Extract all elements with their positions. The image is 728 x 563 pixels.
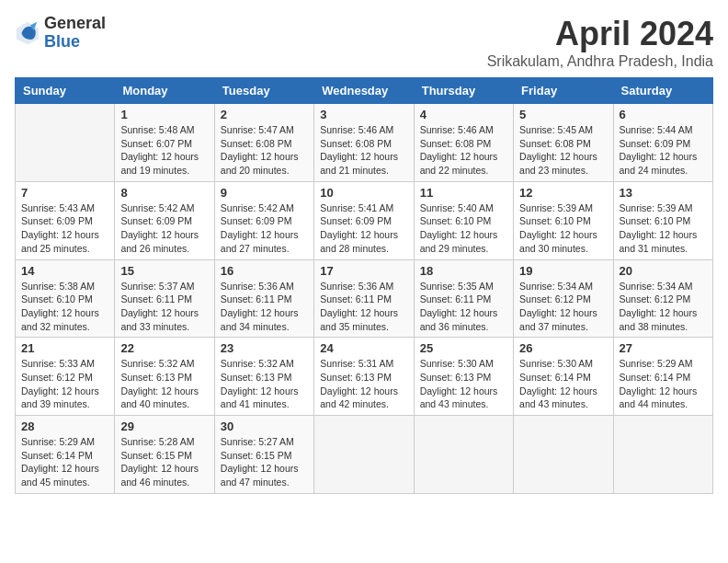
- day-cell: [16, 104, 115, 182]
- day-number: 8: [120, 186, 208, 200]
- day-number: 29: [120, 419, 208, 433]
- day-cell: 23Sunrise: 5:32 AMSunset: 6:13 PMDayligh…: [214, 338, 313, 416]
- day-number: 6: [620, 108, 707, 121]
- day-cell: 28Sunrise: 5:29 AMSunset: 6:14 PMDayligh…: [16, 416, 115, 494]
- day-info: Sunrise: 5:32 AMSunset: 6:13 PMDaylight:…: [221, 357, 308, 411]
- day-number: 7: [21, 186, 108, 200]
- day-number: 17: [320, 264, 407, 278]
- day-info: Sunrise: 5:29 AMSunset: 6:14 PMDaylight:…: [21, 435, 108, 489]
- calendar-table: SundayMondayTuesdayWednesdayThursdayFrid…: [15, 77, 713, 494]
- week-row-2: 7Sunrise: 5:43 AMSunset: 6:09 PMDaylight…: [16, 181, 713, 259]
- day-cell: 2Sunrise: 5:47 AMSunset: 6:08 PMDaylight…: [214, 104, 313, 182]
- header-row: SundayMondayTuesdayWednesdayThursdayFrid…: [16, 78, 713, 104]
- day-number: 23: [221, 341, 308, 355]
- day-number: 12: [519, 186, 607, 200]
- day-cell: [613, 416, 712, 494]
- day-info: Sunrise: 5:33 AMSunset: 6:12 PMDaylight:…: [21, 357, 108, 411]
- day-info: Sunrise: 5:45 AMSunset: 6:08 PMDaylight:…: [519, 123, 607, 178]
- day-number: 1: [120, 108, 208, 121]
- day-cell: 27Sunrise: 5:29 AMSunset: 6:14 PMDayligh…: [613, 338, 712, 416]
- header-day-tuesday: Tuesday: [214, 78, 313, 104]
- day-number: 25: [420, 341, 507, 355]
- day-number: 3: [320, 108, 407, 121]
- day-cell: 8Sunrise: 5:42 AMSunset: 6:09 PMDaylight…: [115, 181, 214, 259]
- day-number: 5: [519, 108, 607, 121]
- day-info: Sunrise: 5:41 AMSunset: 6:09 PMDaylight:…: [320, 201, 407, 256]
- logo: General Blue: [15, 15, 106, 52]
- day-cell: 6Sunrise: 5:44 AMSunset: 6:09 PMDaylight…: [613, 104, 712, 182]
- day-number: 9: [221, 186, 308, 200]
- day-number: 10: [320, 186, 407, 200]
- day-number: 22: [120, 341, 208, 355]
- day-cell: 29Sunrise: 5:28 AMSunset: 6:15 PMDayligh…: [115, 416, 214, 494]
- day-number: 24: [320, 341, 407, 355]
- day-number: 19: [519, 264, 607, 278]
- header-day-wednesday: Wednesday: [314, 78, 414, 104]
- day-cell: 18Sunrise: 5:35 AMSunset: 6:11 PMDayligh…: [414, 259, 513, 338]
- day-info: Sunrise: 5:39 AMSunset: 6:10 PMDaylight:…: [519, 201, 607, 256]
- day-cell: 26Sunrise: 5:30 AMSunset: 6:14 PMDayligh…: [514, 338, 613, 416]
- header-day-sunday: Sunday: [16, 78, 115, 104]
- week-row-3: 14Sunrise: 5:38 AMSunset: 6:10 PMDayligh…: [16, 259, 713, 338]
- logo-general: General: [44, 15, 106, 33]
- calendar-title: April 2024: [487, 15, 713, 53]
- day-cell: 3Sunrise: 5:46 AMSunset: 6:08 PMDaylight…: [314, 104, 414, 182]
- day-info: Sunrise: 5:38 AMSunset: 6:10 PMDaylight:…: [21, 280, 108, 334]
- day-cell: 10Sunrise: 5:41 AMSunset: 6:09 PMDayligh…: [314, 181, 414, 259]
- day-number: 21: [21, 341, 108, 355]
- day-cell: 12Sunrise: 5:39 AMSunset: 6:10 PMDayligh…: [514, 181, 613, 259]
- day-info: Sunrise: 5:36 AMSunset: 6:11 PMDaylight:…: [320, 280, 407, 334]
- day-cell: 16Sunrise: 5:36 AMSunset: 6:11 PMDayligh…: [214, 259, 313, 338]
- day-info: Sunrise: 5:28 AMSunset: 6:15 PMDaylight:…: [120, 435, 208, 489]
- day-number: 30: [221, 419, 308, 433]
- week-row-4: 21Sunrise: 5:33 AMSunset: 6:12 PMDayligh…: [16, 338, 713, 416]
- day-cell: 1Sunrise: 5:48 AMSunset: 6:07 PMDaylight…: [115, 104, 214, 182]
- day-info: Sunrise: 5:34 AMSunset: 6:12 PMDaylight:…: [620, 280, 707, 334]
- day-info: Sunrise: 5:42 AMSunset: 6:09 PMDaylight:…: [120, 201, 208, 256]
- day-info: Sunrise: 5:35 AMSunset: 6:11 PMDaylight:…: [420, 280, 507, 334]
- day-cell: [314, 416, 414, 494]
- day-info: Sunrise: 5:30 AMSunset: 6:14 PMDaylight:…: [519, 357, 607, 411]
- day-info: Sunrise: 5:48 AMSunset: 6:07 PMDaylight:…: [120, 123, 208, 178]
- day-info: Sunrise: 5:31 AMSunset: 6:13 PMDaylight:…: [320, 357, 407, 411]
- week-row-1: 1Sunrise: 5:48 AMSunset: 6:07 PMDaylight…: [16, 104, 713, 182]
- day-cell: 14Sunrise: 5:38 AMSunset: 6:10 PMDayligh…: [16, 259, 115, 338]
- header-day-friday: Friday: [514, 78, 613, 104]
- day-number: 28: [21, 419, 108, 433]
- day-info: Sunrise: 5:42 AMSunset: 6:09 PMDaylight:…: [221, 201, 308, 256]
- day-info: Sunrise: 5:37 AMSunset: 6:11 PMDaylight:…: [120, 280, 208, 334]
- day-info: Sunrise: 5:46 AMSunset: 6:08 PMDaylight:…: [320, 123, 407, 178]
- day-cell: [514, 416, 613, 494]
- day-info: Sunrise: 5:32 AMSunset: 6:13 PMDaylight:…: [120, 357, 208, 411]
- day-cell: 17Sunrise: 5:36 AMSunset: 6:11 PMDayligh…: [314, 259, 414, 338]
- day-number: 18: [420, 264, 507, 278]
- day-info: Sunrise: 5:27 AMSunset: 6:15 PMDaylight:…: [221, 435, 308, 489]
- day-number: 15: [120, 264, 208, 278]
- day-number: 11: [420, 186, 507, 200]
- day-info: Sunrise: 5:39 AMSunset: 6:10 PMDaylight:…: [620, 201, 707, 256]
- logo-icon: [15, 20, 40, 46]
- day-cell: [414, 416, 513, 494]
- day-cell: 7Sunrise: 5:43 AMSunset: 6:09 PMDaylight…: [16, 181, 115, 259]
- week-row-5: 28Sunrise: 5:29 AMSunset: 6:14 PMDayligh…: [16, 416, 713, 494]
- day-info: Sunrise: 5:30 AMSunset: 6:13 PMDaylight:…: [420, 357, 507, 411]
- calendar-subtitle: Srikakulam, Andhra Pradesh, India: [487, 53, 713, 70]
- day-info: Sunrise: 5:40 AMSunset: 6:10 PMDaylight:…: [420, 201, 507, 256]
- day-cell: 4Sunrise: 5:46 AMSunset: 6:08 PMDaylight…: [414, 104, 513, 182]
- header-day-monday: Monday: [115, 78, 214, 104]
- day-number: 27: [620, 341, 707, 355]
- day-cell: 13Sunrise: 5:39 AMSunset: 6:10 PMDayligh…: [613, 181, 712, 259]
- day-info: Sunrise: 5:44 AMSunset: 6:09 PMDaylight:…: [620, 123, 707, 178]
- logo-text: General Blue: [44, 15, 106, 52]
- day-cell: 22Sunrise: 5:32 AMSunset: 6:13 PMDayligh…: [115, 338, 214, 416]
- day-number: 2: [221, 108, 308, 121]
- day-cell: 9Sunrise: 5:42 AMSunset: 6:09 PMDaylight…: [214, 181, 313, 259]
- day-number: 4: [420, 108, 507, 121]
- day-cell: 25Sunrise: 5:30 AMSunset: 6:13 PMDayligh…: [414, 338, 513, 416]
- day-number: 20: [620, 264, 707, 278]
- calendar-header: SundayMondayTuesdayWednesdayThursdayFrid…: [16, 78, 713, 104]
- day-number: 14: [21, 264, 108, 278]
- header-day-thursday: Thursday: [414, 78, 513, 104]
- day-cell: 20Sunrise: 5:34 AMSunset: 6:12 PMDayligh…: [613, 259, 712, 338]
- day-cell: 21Sunrise: 5:33 AMSunset: 6:12 PMDayligh…: [16, 338, 115, 416]
